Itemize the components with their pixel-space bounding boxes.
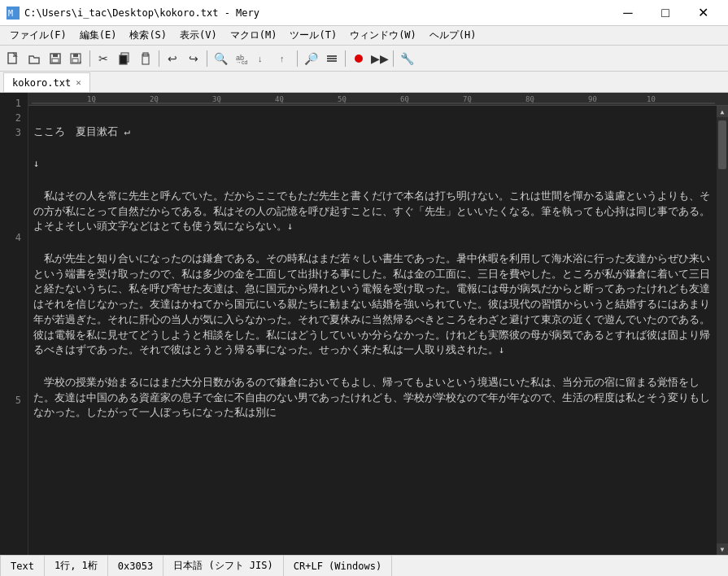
tab-bar: kokoro.txt ✕: [0, 72, 728, 93]
menu-macro[interactable]: マクロ(M): [224, 26, 284, 45]
svg-text:→cd: →cd: [236, 59, 248, 65]
svg-text:90: 90: [588, 95, 597, 103]
scroll-thumb[interactable]: [718, 120, 726, 169]
prev-button[interactable]: ↑: [274, 49, 294, 68]
status-encoding: 日本語 (シフト JIS): [163, 556, 284, 576]
saveas-button[interactable]: +: [67, 49, 86, 68]
status-bar: Text 1行, 1桁 0x3053 日本語 (シフト JIS) CR+LF (…: [0, 555, 728, 576]
title-bar: M C:\Users\i_tac\Desktop\kokoro.txt - Me…: [0, 0, 728, 26]
open-button[interactable]: [24, 49, 44, 68]
line-numbers: 1 2 3 4 5: [0, 93, 28, 555]
ruler: 10 20 30 40 50 60 70 80 90 10: [28, 93, 728, 106]
line-num-4: 4: [0, 186, 21, 230]
menu-help[interactable]: ヘルプ(H): [423, 26, 483, 45]
menu-window[interactable]: ウィンドウ(W): [343, 26, 423, 45]
minimize-button[interactable]: ─: [609, 0, 647, 26]
undo-button[interactable]: ↩: [163, 49, 182, 68]
replace-button[interactable]: ab→cd: [232, 49, 251, 68]
window-title: C:\Users\i_tac\Desktop\kokoro.txt - Mery: [24, 7, 609, 19]
svg-text:M: M: [8, 9, 13, 18]
redo-button[interactable]: ↪: [184, 49, 203, 68]
save-button[interactable]: [46, 49, 65, 68]
svg-text:+: +: [78, 59, 82, 65]
status-line-ending: CR+LF (Windows): [284, 556, 392, 576]
tab-kokoro[interactable]: kokoro.txt ✕: [3, 72, 90, 92]
toolbar-sep-3: [207, 50, 207, 67]
goto-button[interactable]: ↓: [253, 49, 272, 68]
menu-search[interactable]: 検索(S): [123, 26, 173, 45]
line-3-text: 私はその人を常に先生と呼んでいた。だからここでもただ先生と書くだけで本名は打ち明…: [33, 189, 713, 234]
window-controls: ─ □ ✕: [609, 0, 721, 26]
toolbar-sep-6: [393, 50, 394, 67]
editor-container: 1 2 3 4 5 10 20 30 40 50 60: [0, 93, 728, 555]
copy-button[interactable]: [115, 49, 134, 68]
maximize-button[interactable]: □: [647, 0, 684, 26]
svg-text:10: 10: [647, 95, 656, 103]
svg-rect-8: [72, 59, 78, 63]
line-4-text: 私が先生と知り合いになったのは鎌倉である。その時私はまだ若々しい書生であった。暑…: [33, 251, 713, 358]
toolbar-sep-4: [297, 50, 298, 67]
menu-edit[interactable]: 編集(E): [73, 26, 124, 45]
svg-rect-19: [327, 58, 337, 59]
line-num-3: 3: [0, 125, 21, 184]
cut-button[interactable]: ✂: [94, 49, 113, 68]
option2-button[interactable]: [322, 49, 342, 68]
toolbar: + ✂ ↩ ↪ 🔍 ab→cd ↓ ↑ 🔎 ▶▶ 🔧: [0, 46, 728, 72]
tab-label: kokoro.txt: [12, 77, 71, 89]
line-5-text: 学校の授業が始まるにはまだ大分日数があるので鎌倉においてもよし、帰ってもよいとい…: [33, 375, 713, 421]
new-button[interactable]: [3, 49, 23, 68]
zoom-button[interactable]: 🔎: [301, 49, 320, 68]
svg-rect-20: [327, 60, 337, 62]
ruler-container: 10 20 30 40 50 60 70 80 90 10: [28, 93, 728, 555]
app-icon: M: [7, 7, 20, 20]
text-editor[interactable]: こころ 夏目漱石 ↵ ↓ 私はその人を常に先生と呼んでいた。だからここでもただ先…: [28, 106, 717, 555]
toolbar-sep-5: [345, 50, 346, 67]
svg-text:↑: ↑: [280, 54, 285, 63]
toolbar-sep-2: [159, 50, 159, 67]
status-hex: 0x3053: [108, 556, 163, 576]
svg-rect-18: [327, 55, 337, 57]
find-button[interactable]: 🔍: [211, 49, 230, 68]
record-button[interactable]: [349, 49, 368, 68]
scroll-track[interactable]: [717, 117, 728, 543]
svg-text:↓: ↓: [258, 54, 263, 63]
svg-rect-5: [52, 59, 59, 63]
line-1-text: こころ 夏目漱石 ↵: [33, 124, 713, 140]
close-button[interactable]: ✕: [684, 0, 721, 26]
line-num-2: 2: [0, 111, 21, 125]
svg-point-21: [355, 55, 363, 63]
menu-bar: ファイル(F) 編集(E) 検索(S) 表示(V) マクロ(M) ツール(T) …: [0, 26, 728, 46]
scroll-up-arrow[interactable]: ▲: [717, 106, 728, 117]
menu-view[interactable]: 表示(V): [173, 26, 224, 45]
tab-close-button[interactable]: ✕: [76, 77, 81, 88]
line-num-1: 1: [0, 96, 21, 111]
svg-rect-11: [120, 55, 127, 64]
status-position: 1行, 1桁: [45, 556, 108, 576]
scrollbar-vertical[interactable]: ▲ ▼: [717, 106, 728, 555]
line-2-text: ↓: [33, 156, 713, 172]
svg-rect-7: [73, 54, 78, 57]
ruler-inner: 10 20 30 40 50 60 70 80 90 10: [28, 94, 728, 105]
toolbar-sep-1: [89, 50, 90, 67]
forward-button[interactable]: ▶▶: [370, 49, 390, 68]
menu-file[interactable]: ファイル(F): [3, 26, 73, 45]
scroll-down-arrow[interactable]: ▼: [717, 543, 728, 555]
svg-rect-4: [53, 54, 58, 57]
tools-button[interactable]: 🔧: [397, 49, 416, 68]
menu-tools[interactable]: ツール(T): [283, 26, 343, 45]
line-num-5: 5: [0, 393, 21, 408]
status-text-type: Text: [0, 556, 45, 576]
paste-button[interactable]: [136, 49, 155, 68]
